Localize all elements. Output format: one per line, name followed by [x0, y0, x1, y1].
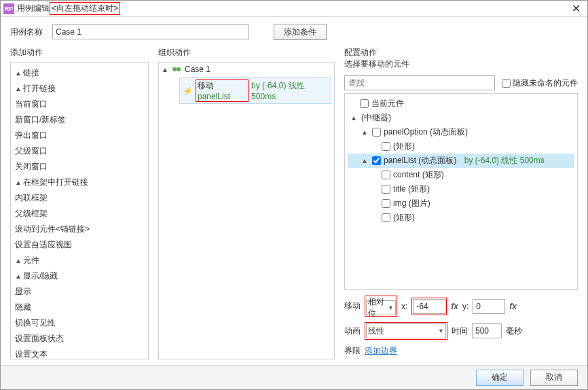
- anim-label: 动画: [344, 325, 361, 337]
- case-name-input[interactable]: [52, 24, 249, 39]
- limit-row: 界限 添加边界: [344, 345, 578, 357]
- add-action-title: 添加动作: [10, 47, 149, 62]
- cfg-title[interactable]: title (矩形): [393, 183, 430, 195]
- title-bar: RP 用例编辑 <向左拖动结束时> ✕: [1, 1, 587, 17]
- fx-x-button[interactable]: fx: [451, 302, 458, 311]
- app-icon: RP: [3, 3, 14, 14]
- y-input[interactable]: [473, 299, 505, 314]
- bolt-icon: ⚡: [183, 86, 193, 96]
- cb-content[interactable]: [382, 171, 390, 179]
- cfg-action-column: 配置动作 选择要移动的元件 隐藏未命名的元件 当前元件 ▲(中继器) ▲pane…: [344, 47, 578, 359]
- x-label: x:: [401, 302, 407, 311]
- case-name-row: 用例名称 添加条件: [1, 17, 587, 47]
- time-label: 时间: [452, 325, 468, 337]
- tree-close-win[interactable]: 关闭窗口: [15, 162, 48, 171]
- cfg-content[interactable]: content (矩形): [393, 169, 444, 181]
- cb-panellist[interactable]: [372, 156, 381, 165]
- anim-select[interactable]: 线性▼: [366, 323, 446, 338]
- tree-show-hide[interactable]: 显示/隐藏: [23, 271, 58, 281]
- org-action-panel[interactable]: ▲ Case 1 ⚡ 移动 panelList by (-64,0) 线性 50…: [158, 62, 335, 359]
- fx-y-button[interactable]: fx: [509, 302, 517, 311]
- cb-rect2[interactable]: [382, 213, 390, 222]
- tree-hide[interactable]: 隐藏: [15, 302, 31, 312]
- ms-label: 毫秒: [506, 325, 522, 337]
- close-icon[interactable]: ✕: [568, 2, 585, 15]
- tree-show[interactable]: 显示: [15, 287, 31, 296]
- move-label: 移动: [344, 300, 361, 312]
- chevron-down-icon: ▼: [438, 327, 444, 334]
- org-action-title: 组织动作: [158, 47, 335, 62]
- tree-cur-win[interactable]: 当前窗口: [15, 99, 48, 109]
- x-input[interactable]: [413, 299, 445, 314]
- window-title: 用例编辑 <向左拖动结束时>: [17, 2, 120, 15]
- cb-paneloption[interactable]: [372, 128, 381, 137]
- tree-adaptive[interactable]: 设置自适应视图: [15, 240, 72, 249]
- action-suffix: by (-64,0) 线性 500ms: [251, 80, 328, 101]
- cfg-repeater[interactable]: (中继器): [361, 112, 391, 124]
- hide-unnamed-label[interactable]: 隐藏未命名的元件: [502, 77, 578, 89]
- y-label: y:: [462, 302, 468, 311]
- case-name-label: 用例名称: [10, 26, 43, 38]
- tree-elements[interactable]: 元件: [23, 255, 39, 265]
- cancel-button[interactable]: 取消: [530, 370, 578, 386]
- cfg-select-label: 选择要移动的元件: [344, 58, 578, 70]
- cfg-rect1[interactable]: (矩形): [393, 141, 415, 152]
- cfg-panellist-suffix: by (-64,0) 线性 500ms: [464, 155, 545, 166]
- ok-button[interactable]: 确定: [476, 370, 523, 386]
- cb-current[interactable]: [360, 99, 369, 108]
- action-text-highlight: 移动 panelList: [196, 79, 249, 102]
- tree-set-text[interactable]: 设置文本: [15, 349, 48, 359]
- add-action-panel[interactable]: ▲链接 ▲打开链接 当前窗口 新窗口/新标签 弹出窗口 父级窗口 关闭窗口 ▲在…: [10, 62, 149, 359]
- cb-title[interactable]: [382, 185, 390, 194]
- cfg-current[interactable]: 当前元件: [371, 98, 404, 109]
- search-input[interactable]: [344, 75, 495, 90]
- cfg-rect2[interactable]: (矩形): [393, 212, 415, 224]
- add-condition-button[interactable]: 添加条件: [274, 24, 327, 40]
- tree-open-frame[interactable]: 在框架中打开链接: [23, 177, 88, 187]
- cb-img[interactable]: [382, 199, 390, 208]
- tree-parent-frame[interactable]: 父级框架: [15, 209, 48, 218]
- tree-parent-win[interactable]: 父级窗口: [15, 146, 48, 156]
- limit-label: 界限: [344, 345, 361, 357]
- chevron-down-icon: ▼: [388, 304, 394, 311]
- org-case-label: Case 1: [185, 65, 210, 74]
- cfg-action-title: 配置动作: [344, 47, 578, 58]
- add-action-column: 添加动作 ▲链接 ▲打开链接 当前窗口 新窗口/新标签 弹出窗口 父级窗口 关闭…: [10, 47, 149, 359]
- org-action-row[interactable]: ⚡ 移动 panelList by (-64,0) 线性 500ms: [179, 77, 331, 104]
- time-input[interactable]: [472, 323, 502, 338]
- tree-popup[interactable]: 弹出窗口: [15, 130, 48, 140]
- case-icon: [172, 65, 182, 73]
- anim-row: 动画 线性▼ 时间 毫秒: [344, 322, 578, 340]
- cb-rect1[interactable]: [382, 142, 390, 151]
- add-boundary-link[interactable]: 添加边界: [365, 345, 397, 357]
- hide-unnamed-checkbox[interactable]: [502, 79, 511, 88]
- org-case-row[interactable]: ▲ Case 1: [159, 63, 334, 76]
- org-action-column: 组织动作 ▲ Case 1 ⚡ 移动 panelList by (-64,0) …: [158, 47, 335, 359]
- move-row: 移动 相对位▼ x: fx y: fx: [344, 296, 578, 317]
- cfg-panellist-row[interactable]: ▲panelList (动态面板) by (-64,0) 线性 500ms: [348, 154, 574, 168]
- move-type-select[interactable]: 相对位▼: [366, 300, 396, 315]
- tree-links[interactable]: 链接: [23, 68, 39, 77]
- cfg-paneloption[interactable]: panelOption (动态面板): [384, 126, 468, 138]
- cfg-img[interactable]: img (图片): [393, 198, 430, 209]
- tree-panel-state[interactable]: 设置面板状态: [15, 334, 64, 343]
- tree-toggle-vis[interactable]: 切换可见性: [15, 318, 56, 327]
- tree-inline-frame[interactable]: 内联框架: [15, 193, 48, 202]
- event-name-highlight: <向左拖动结束时>: [50, 2, 120, 15]
- tree-open-link[interactable]: 打开链接: [23, 84, 56, 93]
- dialog-footer: 确定 取消: [1, 365, 587, 389]
- tree-scroll-to[interactable]: 滚动到元件<锚链接>: [15, 224, 90, 234]
- cfg-panellist: panelList (动态面板): [384, 155, 456, 166]
- tree-new-win[interactable]: 新窗口/新标签: [15, 115, 66, 124]
- cfg-tree-panel[interactable]: 当前元件 ▲(中继器) ▲panelOption (动态面板) (矩形) ▲pa…: [344, 93, 578, 290]
